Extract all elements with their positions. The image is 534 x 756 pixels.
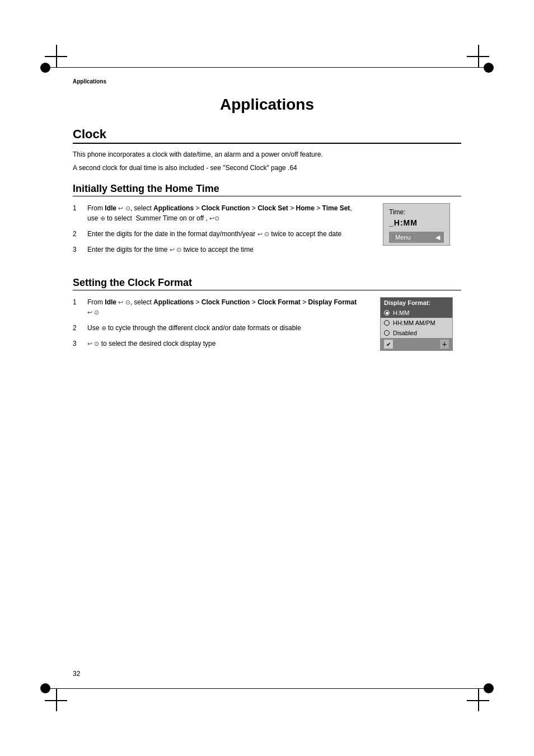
radio-dot-1 — [384, 310, 390, 316]
clock-format-steps: 1 From Idle ↩ ⊙, select Applications > C… — [73, 297, 360, 354]
top-border — [45, 67, 489, 68]
bottom-border — [45, 688, 489, 689]
format-option-label-2: HH:MM AM/PM — [393, 320, 435, 326]
clock-desc1: This phone incorporates a clock with dat… — [73, 149, 461, 159]
reg-circle-tr — [484, 63, 494, 73]
step-num-2: 2 — [73, 229, 82, 239]
check-icon: ✔ — [384, 340, 393, 349]
clock-format-title: Setting the Clock Format — [73, 277, 461, 290]
nav-icon-3: ↩ — [257, 229, 263, 239]
home-time-content: 1 From Idle ↩ ⊙, select Applications > C… — [73, 203, 461, 260]
radio-dot-3 — [384, 330, 390, 336]
time-screen-display: _H:MM — [389, 218, 444, 227]
cf-step-num-2: 2 — [73, 323, 82, 333]
format-screen-bottom: ✔ + — [381, 338, 452, 350]
clock-format-section: Setting the Clock Format 1 From Idle ↩ ⊙… — [73, 277, 461, 354]
scroll-icon-1: ⊕ — [100, 214, 105, 223]
cf-nav-icon-1: ↩ — [118, 298, 123, 307]
select-icon-2: ⊙ — [214, 214, 219, 223]
format-option-2: HH:MM AM/PM — [381, 318, 452, 328]
format-screen-mockup: Display Format: H:MM HH:MM AM/PM Disable… — [380, 297, 453, 351]
cf-step-num-3: 3 — [73, 339, 82, 349]
clock-title: Clock — [73, 127, 461, 144]
time-screen-label: Time: — [389, 208, 444, 216]
clock-section: Clock This phone incorporates a clock wi… — [73, 127, 461, 173]
page-number: 32 — [73, 670, 80, 678]
nav-icon-1: ↩ — [118, 204, 123, 213]
format-option-label-3: Disabled — [393, 330, 417, 336]
reg-circle-bl — [40, 683, 50, 693]
clock-format-step-1: 1 From Idle ↩ ⊙, select Applications > C… — [73, 297, 360, 317]
cf-select-icon-3: ⊙ — [94, 339, 99, 349]
clock-format-screen: Display Format: H:MM HH:MM AM/PM Disable… — [372, 297, 461, 351]
page: Applications Applications Clock This pho… — [0, 0, 534, 756]
home-time-screen: Time: _H:MM Menu ◄ — [372, 203, 461, 246]
radio-dot-2 — [384, 320, 390, 326]
cf-step-text-1: From Idle ↩ ⊙, select Applications > Clo… — [87, 297, 360, 317]
time-screen-mockup: Time: _H:MM Menu ◄ — [383, 203, 450, 246]
cf-nav-icon-2: ↩ — [87, 308, 92, 317]
main-content: Applications Applications Clock This pho… — [73, 78, 461, 371]
home-time-step-3: 3 Enter the digits for the time ↩ ⊙ twic… — [73, 245, 360, 255]
clock-format-steps-list: 1 From Idle ↩ ⊙, select Applications > C… — [73, 297, 360, 349]
format-option-1: H:MM — [381, 308, 452, 318]
time-screen-bottom: Menu ◄ — [389, 232, 444, 243]
step-num-1: 1 — [73, 203, 82, 223]
nav-icon-4: ↩ — [170, 245, 175, 255]
step-text-3: Enter the digits for the time ↩ ⊙ twice … — [87, 245, 360, 255]
plus-icon: + — [440, 340, 449, 349]
select-icon-4: ⊙ — [176, 245, 181, 255]
home-time-steps: 1 From Idle ↩ ⊙, select Applications > C… — [73, 203, 360, 260]
home-time-title: Initially Setting the Home Time — [73, 183, 461, 196]
clock-format-content: 1 From Idle ↩ ⊙, select Applications > C… — [73, 297, 461, 354]
step-text-2: Enter the digits for the date in the for… — [87, 229, 360, 239]
cf-scroll-icon-1: ⊕ — [101, 323, 106, 333]
cf-step-text-3: ↩ ⊙ to select the desired clock display … — [87, 339, 360, 349]
cf-nav-icon-3: ↩ — [87, 339, 92, 349]
format-option-3: Disabled — [381, 328, 452, 338]
select-icon-1: ⊙ — [125, 204, 130, 213]
format-option-label-1: H:MM — [393, 309, 409, 316]
cf-select-icon-2: ⊙ — [94, 308, 99, 317]
select-icon-3: ⊙ — [264, 229, 269, 239]
reg-circle-tl — [40, 63, 50, 73]
time-screen-back-btn: ◄ — [434, 233, 442, 242]
clock-format-step-3: 3 ↩ ⊙ to select the desired clock displa… — [73, 339, 360, 349]
format-screen-title: Display Format: — [381, 298, 452, 308]
step-num-3: 3 — [73, 245, 82, 255]
home-time-step-1: 1 From Idle ↩ ⊙, select Applications > C… — [73, 203, 360, 223]
reg-circle-br — [484, 683, 494, 693]
section-header: Applications — [73, 78, 461, 84]
home-time-step-2: 2 Enter the digits for the date in the f… — [73, 229, 360, 239]
home-time-steps-list: 1 From Idle ↩ ⊙, select Applications > C… — [73, 203, 360, 255]
clock-desc2: A second clock for dual time is also inc… — [73, 163, 461, 173]
clock-format-step-2: 2 Use ⊕ to cycle through the different c… — [73, 323, 360, 333]
cf-step-num-1: 1 — [73, 297, 82, 317]
step-text-1: From Idle ↩ ⊙, select Applications > Clo… — [87, 203, 360, 223]
cf-select-icon-1: ⊙ — [125, 298, 130, 307]
page-title: Applications — [73, 96, 461, 114]
cf-step-text-2: Use ⊕ to cycle through the different clo… — [87, 323, 360, 333]
home-time-section: Initially Setting the Home Time 1 From I… — [73, 183, 461, 260]
nav-icon-2: ↩ — [209, 214, 214, 223]
time-screen-menu-btn: Menu — [391, 233, 415, 242]
